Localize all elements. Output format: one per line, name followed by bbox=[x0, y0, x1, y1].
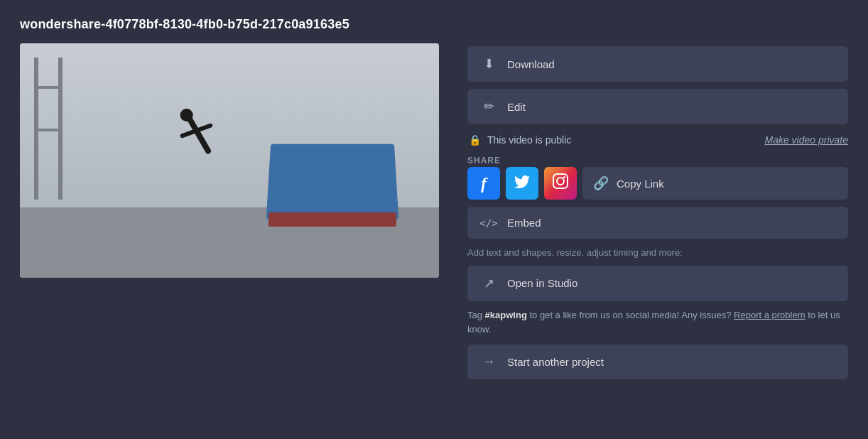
social-promo-text: Tag #kapwing to get a like from us on so… bbox=[467, 308, 848, 338]
promo-mid-text: to get a like from us on social media! A… bbox=[529, 310, 731, 320]
studio-section: Add text and shapes, resize, adjust timi… bbox=[467, 246, 848, 301]
svg-rect-0 bbox=[553, 174, 568, 188]
lock-icon: 🔒 bbox=[467, 134, 482, 146]
download-label: Download bbox=[507, 58, 555, 70]
copy-link-button[interactable]: 🔗 Copy Link bbox=[582, 167, 848, 200]
report-problem-link[interactable]: Report a problem bbox=[734, 310, 805, 320]
embed-icon: </> bbox=[482, 217, 496, 229]
twitter-icon bbox=[514, 174, 530, 193]
scene-mat bbox=[266, 143, 399, 219]
twitter-button[interactable] bbox=[506, 167, 538, 200]
make-private-link[interactable]: Make video private bbox=[764, 134, 848, 146]
share-section: SHARE f bbox=[467, 156, 848, 200]
promo-hashtag: #kapwing bbox=[485, 310, 527, 320]
instagram-button[interactable] bbox=[544, 167, 577, 200]
scene-ladder bbox=[34, 58, 63, 200]
download-button[interactable]: ⬇ Download bbox=[467, 46, 848, 82]
facebook-button[interactable]: f bbox=[467, 167, 500, 200]
scene-mat-red bbox=[268, 212, 396, 227]
actions-panel: ⬇ Download ✏ Edit 🔒 This video is public… bbox=[467, 43, 848, 379]
share-row: f bbox=[467, 167, 848, 200]
privacy-status: 🔒 This video is public bbox=[467, 134, 571, 146]
video-preview bbox=[20, 43, 439, 278]
promo-tag-prefix: Tag bbox=[467, 310, 482, 320]
privacy-status-text: This video is public bbox=[487, 134, 571, 146]
share-label: SHARE bbox=[467, 156, 848, 166]
video-scene bbox=[20, 43, 439, 278]
start-another-project-label: Start another project bbox=[507, 356, 604, 368]
edit-button[interactable]: ✏ Edit bbox=[467, 89, 848, 124]
svg-point-1 bbox=[557, 178, 564, 185]
facebook-icon: f bbox=[481, 174, 487, 193]
copy-link-label: Copy Link bbox=[617, 178, 664, 190]
page-container: wondershare-4f0778bf-8130-4fb0-b75d-217c… bbox=[0, 0, 868, 396]
arrow-right-icon: → bbox=[482, 354, 496, 369]
privacy-row: 🔒 This video is public Make video privat… bbox=[467, 131, 848, 148]
link-icon: 🔗 bbox=[594, 175, 608, 191]
edit-label: Edit bbox=[507, 101, 526, 113]
main-content: ⬇ Download ✏ Edit 🔒 This video is public… bbox=[20, 43, 848, 379]
embed-button[interactable]: </> Embed bbox=[467, 207, 848, 239]
open-in-studio-label: Open in Studio bbox=[507, 277, 577, 289]
page-title: wondershare-4f0778bf-8130-4fb0-b75d-217c… bbox=[20, 17, 848, 32]
svg-point-2 bbox=[563, 176, 565, 178]
studio-helper-text: Add text and shapes, resize, adjust timi… bbox=[467, 246, 848, 260]
start-another-project-button[interactable]: → Start another project bbox=[467, 345, 848, 379]
external-link-icon: ↗ bbox=[482, 276, 496, 291]
download-icon: ⬇ bbox=[482, 56, 496, 72]
embed-label: Embed bbox=[507, 217, 541, 229]
edit-icon: ✏ bbox=[482, 99, 496, 114]
instagram-icon bbox=[553, 173, 568, 193]
open-in-studio-button[interactable]: ↗ Open in Studio bbox=[467, 266, 848, 301]
